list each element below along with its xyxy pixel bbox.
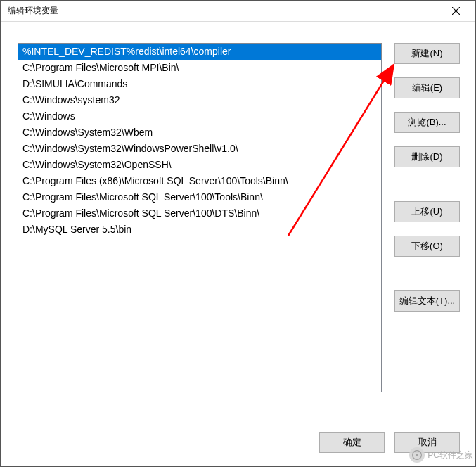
dialog-window: 编辑环境变量 %INTEL_DEV_REDIST%redist\intel64\… <box>0 0 476 467</box>
close-button[interactable] <box>442 1 470 21</box>
titlebar: 编辑环境变量 <box>1 1 475 22</box>
edit-button[interactable]: 编辑(E) <box>394 77 460 98</box>
list-item[interactable]: C:\Program Files\Microsoft SQL Server\10… <box>18 189 381 205</box>
list-item[interactable]: D:\SIMULIA\Commands <box>18 76 381 92</box>
ok-button[interactable]: 确定 <box>319 432 385 453</box>
list-item[interactable]: C:\Windows\System32\WindowsPowerShell\v1… <box>18 141 381 157</box>
cancel-button[interactable]: 取消 <box>394 432 460 453</box>
delete-button[interactable]: 删除(D) <box>394 146 460 167</box>
list-item[interactable]: D:\MySQL Server 5.5\bin <box>18 222 381 238</box>
list-item[interactable]: C:\Windows\System32\OpenSSH\ <box>18 157 381 173</box>
edit-text-button[interactable]: 编辑文本(T)... <box>394 290 460 312</box>
browse-button[interactable]: 浏览(B)... <box>394 112 460 133</box>
list-item[interactable]: C:\Windows <box>18 108 381 124</box>
close-icon <box>452 7 460 15</box>
content-area: %INTEL_DEV_REDIST%redist\intel64\compile… <box>1 22 475 423</box>
list-item[interactable]: %INTEL_DEV_REDIST%redist\intel64\compile… <box>18 44 381 60</box>
side-button-panel: 新建(N) 编辑(E) 浏览(B)... 删除(D) 上移(U) 下移(O) 编… <box>394 43 460 416</box>
move-down-button[interactable]: 下移(O) <box>394 236 460 257</box>
list-item[interactable]: C:\Program Files\Microsoft SQL Server\10… <box>18 205 381 222</box>
path-listbox[interactable]: %INTEL_DEV_REDIST%redist\intel64\compile… <box>18 43 382 392</box>
move-up-button[interactable]: 上移(U) <box>394 201 460 222</box>
list-item[interactable]: C:\Program Files (x86)\Microsoft SQL Ser… <box>18 173 381 189</box>
list-item[interactable]: C:\Windows\system32 <box>18 92 381 108</box>
footer: 确定 取消 <box>1 423 475 466</box>
list-item[interactable]: C:\Program Files\Microsoft MPI\Bin\ <box>18 60 381 76</box>
window-title: 编辑环境变量 <box>8 5 58 17</box>
new-button[interactable]: 新建(N) <box>394 43 460 64</box>
list-item[interactable]: C:\Windows\System32\Wbem <box>18 124 381 141</box>
